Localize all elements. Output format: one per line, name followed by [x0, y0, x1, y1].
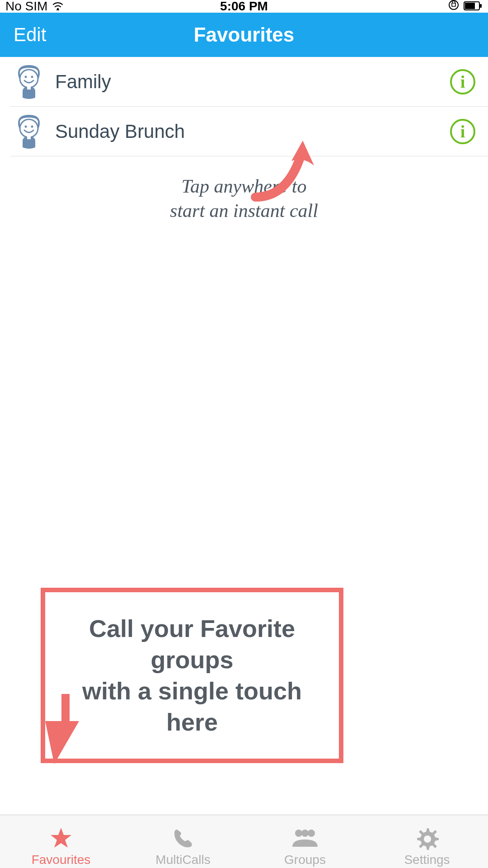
callout-box: Call your Favorite groups with a single …	[41, 588, 343, 763]
svg-rect-8	[27, 86, 31, 90]
svg-point-13	[295, 830, 302, 837]
svg-point-5	[20, 70, 38, 88]
tab-label: Favourites	[32, 853, 91, 867]
svg-point-6	[25, 75, 27, 78]
tab-settings[interactable]: Settings	[366, 815, 488, 868]
orientation-lock-icon	[448, 0, 459, 14]
tabbar: Favourites MultiCalls Groups Settings	[0, 815, 488, 868]
svg-rect-4	[465, 3, 475, 9]
battery-icon	[464, 0, 483, 14]
tab-multicalls[interactable]: MultiCalls	[122, 815, 244, 868]
svg-point-15	[308, 830, 315, 837]
favourite-row[interactable]: Family i	[10, 57, 488, 107]
carrier-text: No SIM	[5, 0, 47, 14]
star-icon	[49, 826, 73, 851]
svg-point-11	[31, 125, 33, 127]
favourite-name: Family	[55, 71, 450, 93]
statusbar: No SIM 5:06 PM	[0, 0, 488, 13]
info-button[interactable]: i	[450, 119, 475, 144]
avatar-icon	[13, 63, 45, 100]
svg-point-14	[301, 830, 309, 837]
svg-point-7	[31, 75, 33, 78]
tab-groups[interactable]: Groups	[244, 815, 366, 868]
callout-text: Call your Favorite groups with a single …	[59, 613, 325, 738]
group-icon	[291, 826, 319, 851]
info-button[interactable]: i	[450, 69, 475, 94]
svg-rect-3	[480, 4, 482, 8]
info-icon: i	[460, 122, 465, 142]
hint: Tap anywhere to start an instant call	[0, 175, 488, 223]
page-title: Favourites	[194, 24, 295, 46]
info-icon: i	[460, 72, 465, 92]
svg-rect-12	[27, 136, 31, 139]
svg-point-0	[57, 8, 59, 10]
clock-text: 5:06 PM	[220, 0, 268, 14]
tab-label: Groups	[284, 853, 326, 867]
favourite-row[interactable]: Sunday Brunch i	[10, 107, 488, 156]
tab-label: MultiCalls	[155, 853, 210, 867]
arrow-down-icon	[36, 694, 81, 768]
favourites-list: Family i Sunday Brunch i	[0, 57, 488, 156]
arrow-up-icon	[251, 138, 323, 217]
svg-point-10	[25, 125, 27, 127]
gear-icon	[415, 826, 439, 851]
svg-point-1	[449, 0, 458, 9]
tab-favourites[interactable]: Favourites	[0, 815, 122, 868]
avatar-icon	[13, 113, 45, 150]
edit-button[interactable]: Edit	[14, 24, 46, 46]
navbar: Edit Favourites	[0, 13, 488, 57]
svg-point-16	[424, 835, 431, 843]
phone-icon	[172, 826, 194, 851]
svg-point-9	[20, 119, 38, 137]
wifi-icon	[52, 0, 64, 14]
tab-label: Settings	[404, 853, 450, 867]
